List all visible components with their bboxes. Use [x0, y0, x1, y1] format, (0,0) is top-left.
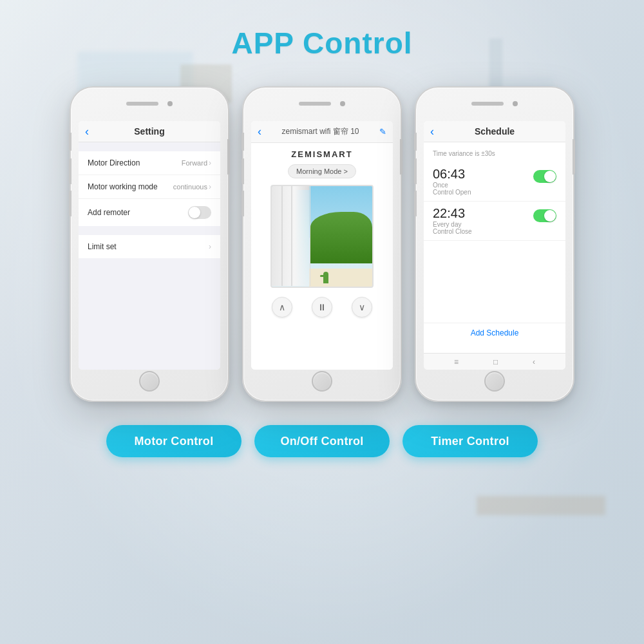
screen2-back-icon[interactable]: ‹ [258, 125, 261, 138]
timer-control-label: Timer Control [402, 425, 538, 457]
phone1-bottom [79, 370, 220, 393]
phone-timer-control: ‹ Schedule Time variance is ±30s 06:43 O… [415, 86, 574, 402]
phone-onoff-control: ‹ zemismart wifi 窗帘 10 ✎ ZEMISMART Morni… [242, 86, 402, 402]
phone3-vol-up-button [414, 158, 417, 184]
curtain-panel [272, 186, 310, 286]
morning-mode-button[interactable]: Morning Mode > [288, 164, 356, 178]
phone2-vol-up-button [242, 158, 244, 184]
schedule-1-repeat: Once [433, 182, 471, 189]
phone1-speaker [126, 102, 158, 106]
schedule-2-repeat: Every day [433, 221, 472, 228]
schedule-item-1[interactable]: 06:43 Once Control Open [424, 162, 565, 202]
schedule-2-info: Every day Control Close [433, 221, 472, 235]
schedule-1-details: 06:43 Once Control Open [433, 167, 471, 196]
phone3-speaker [471, 102, 504, 106]
screen2-device-title: zemismart wifi 窗帘 10 [281, 126, 359, 137]
schedule-2-action: Control Close [433, 228, 472, 235]
motor-control-label: Motor Control [106, 425, 242, 457]
settings-section-main: Motor Direction Forward › Motor working … [79, 151, 220, 226]
phone1-home-button[interactable] [139, 371, 160, 392]
phone1-camera [167, 101, 173, 106]
schedule-1-time: 06:43 [433, 167, 471, 180]
curtain-scene [270, 185, 374, 288]
schedule-2-toggle[interactable] [533, 209, 556, 222]
page-container: APP Control ‹ Setting [0, 0, 644, 644]
settings-section-limit: Limit set › [79, 235, 220, 258]
phone-motor-control: ‹ Setting Motor Direction Forward › [70, 86, 229, 402]
schedule-item-2[interactable]: 22:43 Every day Control Close [424, 202, 565, 241]
phone3-screen: ‹ Schedule Time variance is ±30s 06:43 O… [424, 121, 565, 370]
schedule-2-time: 22:43 [433, 207, 472, 220]
settings-row-limit-set[interactable]: Limit set › [79, 235, 220, 258]
curtain-close-button[interactable]: ∨ [352, 297, 372, 317]
schedule-1-toggle-knob [544, 171, 556, 182]
screen3-header: ‹ Schedule [424, 121, 565, 142]
settings-row-add-remoter[interactable]: Add remoter [79, 199, 220, 226]
android-nav-bar: ≡ □ ‹ [424, 353, 565, 370]
schedule-2-details: 22:43 Every day Control Close [433, 207, 472, 235]
phone2-home-button[interactable] [312, 371, 332, 392]
settings-row-motor-direction[interactable]: Motor Direction Forward › [79, 151, 220, 175]
nav-home-icon[interactable]: □ [493, 357, 498, 366]
screen2-body: ZEMISMART Morning Mode > ∧ ⏸ [251, 143, 393, 370]
phone2-screen: ‹ zemismart wifi 窗帘 10 ✎ ZEMISMART Morni… [251, 121, 393, 370]
curtain-open-button[interactable]: ∧ [272, 297, 292, 317]
screen3-back-icon[interactable]: ‹ [430, 125, 434, 138]
phone3-power-button [573, 139, 575, 175]
phone2-speaker [299, 102, 331, 106]
phone1-mute-button [69, 133, 71, 151]
screen3-body: Time variance is ±30s 06:43 Once Control… [424, 142, 565, 353]
screen2-edit-icon[interactable]: ✎ [379, 127, 386, 137]
phone1-vol-up-button [69, 158, 71, 184]
phone3-top [416, 88, 573, 120]
screen3-content-wrapper: Time variance is ±30s 06:43 Once Control… [424, 142, 565, 353]
phone1-power-button [227, 139, 230, 175]
schedule-note: Time variance is ±30s [424, 147, 565, 162]
working-mode-value: continuous › [173, 182, 211, 191]
labels-row: Motor Control On/Off Control Timer Contr… [106, 425, 538, 457]
phone2-vol-down-button [242, 191, 244, 216]
motor-direction-label: Motor Direction [88, 158, 140, 167]
phone3-vol-down-button [414, 191, 417, 216]
motor-direction-value: Forward › [182, 158, 211, 167]
schedule-1-action: Control Open [433, 189, 471, 196]
zemismart-logo: ZEMISMART [291, 149, 352, 159]
screen1-back-icon[interactable]: ‹ [85, 125, 89, 138]
phone3-mute-button [414, 133, 417, 151]
window-trees [310, 212, 372, 263]
screen3-title: Schedule [431, 126, 558, 137]
screen1-header: ‹ Setting [79, 121, 220, 142]
phone3-home-button[interactable] [484, 371, 505, 392]
toggle-knob [189, 207, 200, 218]
limit-set-chevron: › [209, 242, 211, 251]
nav-back-icon[interactable]: ‹ [533, 357, 535, 366]
screen1-title: Setting [134, 126, 164, 137]
schedule-2-toggle-knob [544, 210, 556, 222]
working-mode-label: Motor working mode [88, 182, 158, 191]
add-remoter-label: Add remoter [88, 208, 130, 217]
phone2-camera [340, 101, 345, 106]
onoff-control-label: On/Off Control [254, 425, 390, 457]
phone2-power-button [400, 139, 402, 175]
phone3-camera [513, 101, 518, 106]
phone2-mute-button [242, 133, 244, 151]
phone2-bottom [251, 370, 393, 393]
cactus-decoration [323, 272, 328, 283]
phone1-vol-down-button [69, 191, 71, 216]
phone3-bottom [424, 370, 565, 393]
phones-row: ‹ Setting Motor Direction Forward › [70, 86, 574, 402]
curtain-control-buttons: ∧ ⏸ ∨ [272, 297, 372, 317]
limit-set-label: Limit set [88, 242, 117, 251]
nav-menu-icon[interactable]: ≡ [454, 357, 459, 366]
schedule-1-info: Once Control Open [433, 182, 471, 196]
settings-row-working-mode[interactable]: Motor working mode continuous › [79, 175, 220, 199]
phone2-top [243, 88, 401, 120]
motor-direction-chevron: › [209, 158, 211, 167]
screen2-header: ‹ zemismart wifi 窗帘 10 ✎ [251, 121, 393, 143]
add-remoter-toggle[interactable] [188, 206, 211, 219]
add-schedule-button[interactable]: Add Schedule [424, 323, 565, 343]
curtain-pause-button[interactable]: ⏸ [312, 297, 332, 317]
schedule-1-toggle[interactable] [533, 170, 556, 183]
working-mode-chevron: › [209, 182, 211, 191]
phone1-top [71, 88, 228, 120]
